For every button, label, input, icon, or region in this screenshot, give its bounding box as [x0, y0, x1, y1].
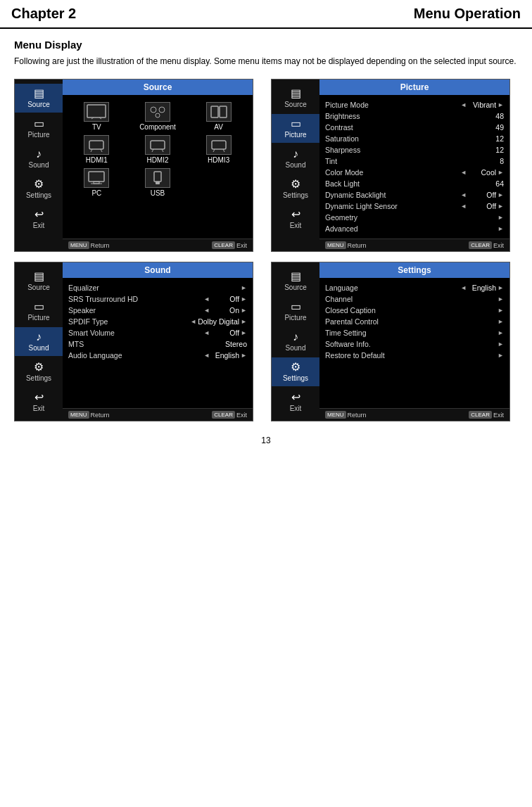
row-saturation[interactable]: Saturation 12 — [325, 133, 504, 144]
settings-menu-body: Language ◄ English ► Channel ► Closed Ca… — [319, 278, 509, 408]
hdmi1-icon-box — [84, 135, 109, 155]
set-sidebar-exit[interactable]: ↩ Exit — [272, 388, 319, 417]
row-advanced[interactable]: Advanced ► — [325, 223, 504, 234]
set-clear-badge: CLEAR — [469, 411, 492, 419]
picture-menu-body: Picture Mode ◄ Vibrant ► Brightness 48 C… — [319, 95, 509, 239]
row-smart-volume[interactable]: Smart Volume ◄ Off ► — [68, 327, 247, 338]
sidebar-settings-label: Settings — [26, 191, 51, 199]
set-exit-label: Exit — [290, 405, 302, 412]
sidebar-item-sound[interactable]: ♪ Sound — [15, 144, 63, 173]
row-software-info[interactable]: Software Info. ► — [325, 338, 504, 350]
snd-sidebar-settings[interactable]: ⚙ Settings — [15, 357, 63, 386]
pic-exit-label: Exit — [290, 222, 302, 229]
source-menu-panel: ▤ Source ▭ Picture ♪ Sound ⚙ Settings ↩ — [14, 79, 253, 252]
snd-sidebar-source[interactable]: ▤ Source — [15, 267, 63, 296]
row-sharpness[interactable]: Sharpness 12 — [325, 144, 504, 155]
clear-exit-label: Exit — [236, 242, 247, 249]
pic-sidebar-sound[interactable]: ♪ Sound — [272, 144, 319, 173]
pic-sidebar-source[interactable]: ▤ Source — [272, 84, 319, 113]
set-clear-exit-btn[interactable]: CLEAR Exit — [469, 411, 504, 419]
source-title-bar: Source — [63, 80, 253, 95]
source-component[interactable]: Component — [129, 102, 186, 131]
row-time-setting[interactable]: Time Setting ► — [325, 327, 504, 338]
row-brightness[interactable]: Brightness 48 — [325, 110, 504, 122]
row-equalizer[interactable]: Equalizer ► — [68, 282, 247, 293]
pic-sidebar-picture[interactable]: ▭ Picture — [272, 114, 319, 143]
clear-exit-btn[interactable]: CLEAR Exit — [212, 241, 247, 249]
snd-menu-return-label: Return — [91, 412, 110, 419]
tv-label: TV — [92, 123, 101, 131]
snd-sidebar-exit[interactable]: ↩ Exit — [15, 388, 63, 417]
snd-sidebar-sound[interactable]: ♪ Sound — [15, 327, 63, 356]
svg-point-5 — [156, 113, 160, 117]
sidebar-item-source[interactable]: ▤ Source — [15, 84, 63, 113]
pic-menu-return-btn[interactable]: MENU Return — [325, 241, 367, 249]
set-settings-icon: ⚙ — [291, 362, 300, 373]
row-contrast[interactable]: Contrast 49 — [325, 122, 504, 133]
source-hdmi3[interactable]: HDMI3 — [190, 135, 247, 164]
sidebar-item-exit[interactable]: ↩ Exit — [15, 205, 63, 234]
set-sidebar-source[interactable]: ▤ Source — [272, 267, 319, 296]
set-source-icon: ▤ — [291, 271, 301, 282]
set-exit-icon: ↩ — [291, 392, 300, 403]
row-restore-default[interactable]: Restore to Default ► — [325, 350, 504, 361]
pc-icon-box — [84, 168, 109, 188]
row-srs[interactable]: SRS Trusurround HD ◄ Off ► — [68, 293, 247, 305]
snd-clear-exit-btn[interactable]: CLEAR Exit — [212, 411, 247, 419]
row-speaker[interactable]: Speaker ◄ On ► — [68, 305, 247, 316]
snd-menu-return-btn[interactable]: MENU Return — [68, 411, 110, 419]
set-menu-badge: MENU — [325, 411, 346, 419]
set-settings-label: Settings — [283, 374, 308, 382]
row-channel[interactable]: Channel ► — [325, 293, 504, 305]
row-parental-control[interactable]: Parental Control ► — [325, 316, 504, 327]
row-language[interactable]: Language ◄ English ► — [325, 282, 504, 293]
exit-icon: ↩ — [34, 209, 44, 220]
row-backlight[interactable]: Back Light 64 — [325, 178, 504, 189]
snd-sidebar-picture[interactable]: ▭ Picture — [15, 297, 63, 326]
row-dynamic-backlight[interactable]: Dynamic Backlight ◄ Off ► — [325, 189, 504, 201]
row-geometry[interactable]: Geometry ► — [325, 212, 504, 223]
source-sidebar: ▤ Source ▭ Picture ♪ Sound ⚙ Settings ↩ — [15, 80, 63, 251]
pic-settings-label: Settings — [283, 191, 308, 199]
sidebar-item-settings[interactable]: ⚙ Settings — [15, 174, 63, 203]
set-sidebar-picture[interactable]: ▭ Picture — [272, 297, 319, 326]
row-audio-language[interactable]: Audio Language ◄ English ► — [68, 350, 247, 361]
pic-sound-icon: ♪ — [293, 148, 298, 160]
snd-settings-label: Settings — [26, 374, 51, 382]
snd-exit-icon: ↩ — [34, 392, 44, 403]
pic-sidebar-settings[interactable]: ⚙ Settings — [272, 174, 319, 203]
pic-picture-label: Picture — [284, 131, 306, 139]
source-hdmi1[interactable]: HDMI1 — [68, 135, 125, 164]
sidebar-item-picture[interactable]: ▭ Picture — [15, 114, 63, 143]
row-picture-mode[interactable]: Picture Mode ◄ Vibrant ► — [325, 99, 504, 110]
tv-icon-box — [84, 102, 109, 122]
picture-menu-content: Picture Picture Mode ◄ Vibrant ► Brightn… — [319, 80, 509, 251]
source-usb[interactable]: USB — [129, 168, 186, 197]
pic-settings-icon: ⚙ — [291, 179, 300, 190]
source-hdmi2[interactable]: HDMI2 — [129, 135, 186, 164]
set-source-label: Source — [284, 284, 307, 291]
source-pc[interactable]: PC — [68, 168, 125, 197]
set-sidebar-sound[interactable]: ♪ Sound — [272, 327, 319, 356]
set-menu-return-btn[interactable]: MENU Return — [325, 411, 367, 419]
row-mts[interactable]: MTS Stereo — [68, 338, 247, 350]
settings-menu-footer: MENU Return CLEAR Exit — [319, 408, 509, 421]
snd-sound-icon: ♪ — [36, 331, 42, 343]
row-dynamic-light-sensor[interactable]: Dynamic Light Sensor ◄ Off ► — [325, 201, 504, 212]
menu-return-btn[interactable]: MENU Return — [68, 241, 110, 249]
menu-return-label: Return — [91, 242, 110, 249]
picture-icon: ▭ — [34, 118, 44, 129]
pic-sidebar-exit[interactable]: ↩ Exit — [272, 205, 319, 234]
set-sidebar-settings[interactable]: ⚙ Settings — [272, 357, 319, 386]
pic-clear-exit-btn[interactable]: CLEAR Exit — [469, 241, 504, 249]
source-tv[interactable]: TV — [68, 102, 125, 131]
av-label: AV — [214, 123, 223, 131]
row-tint[interactable]: Tint 8 — [325, 155, 504, 167]
row-color-mode[interactable]: Color Mode ◄ Cool ► — [325, 167, 504, 178]
menus-grid: ▤ Source ▭ Picture ♪ Sound ⚙ Settings ↩ — [14, 79, 518, 421]
source-av[interactable]: AV — [190, 102, 247, 131]
row-closed-caption[interactable]: Closed Caption ► — [325, 305, 504, 316]
component-icon-box — [145, 102, 170, 122]
svg-rect-11 — [151, 141, 165, 149]
row-spdif[interactable]: SPDIF Type ◄ Dolby Digital ► — [68, 316, 247, 327]
